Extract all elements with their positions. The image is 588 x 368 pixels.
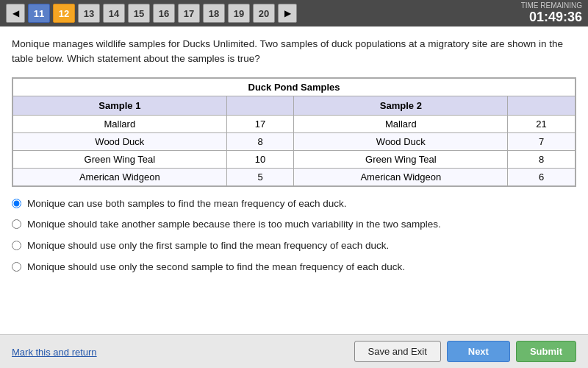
s1-count-3: 5 [226, 168, 294, 185]
footer-left: Mark this and return [12, 346, 97, 358]
nav-num-13[interactable]: 13 [78, 4, 100, 23]
footer-bar: Mark this and return Save and Exit Next … [0, 334, 588, 368]
timer-value: 01:49:36 [521, 10, 582, 25]
sample1-header: Sample 1 [13, 96, 227, 115]
duck-table: Duck Pond Samples Sample 1 Sample 2 Mall… [12, 78, 576, 186]
answer-options: Monique can use both samples to find the… [12, 197, 576, 275]
s2-species-0: Mallard [294, 115, 508, 132]
sample2-header: Sample 2 [294, 96, 508, 115]
sample1-count-header [226, 96, 294, 115]
radio-opt3[interactable] [12, 241, 21, 250]
nav-num-18[interactable]: 18 [203, 4, 225, 23]
s2-count-1: 7 [508, 132, 576, 150]
radio-opt4[interactable] [12, 262, 21, 272]
s2-species-2: Green Wing Teal [294, 150, 508, 168]
radio-opt2[interactable] [12, 219, 21, 229]
next-arrow-button[interactable]: ▶ [278, 4, 297, 23]
nav-num-19[interactable]: 19 [228, 4, 250, 23]
nav-num-14[interactable]: 14 [103, 4, 125, 23]
option-2[interactable]: Monique should take another sample becau… [12, 218, 576, 232]
option-3-text: Monique should use only the first sample… [27, 239, 389, 253]
option-3[interactable]: Monique should use only the first sample… [12, 239, 576, 253]
option-1[interactable]: Monique can use both samples to find the… [12, 197, 576, 211]
table-title-row: Duck Pond Samples [13, 78, 576, 96]
footer-right: Save and Exit Next Submit [354, 341, 576, 362]
option-1-text: Monique can use both samples to find the… [27, 197, 347, 211]
submit-button[interactable]: Submit [516, 341, 576, 362]
s1-count-2: 10 [226, 150, 294, 168]
s1-species-3: American Widgeon [13, 168, 227, 185]
table-header-row: Sample 1 Sample 2 [13, 96, 576, 115]
content-area: Monique manages wildlife samples for Duc… [0, 26, 588, 334]
timer-box: TIME REMAINING 01:49:36 [521, 1, 582, 25]
nav-bar: ◀ 11 12 13 14 15 16 17 18 19 20 ▶ TIME R… [0, 0, 588, 26]
s1-count-0: 17 [226, 115, 294, 132]
option-2-text: Monique should take another sample becau… [27, 218, 441, 232]
save-exit-button[interactable]: Save and Exit [354, 341, 441, 362]
table-row: Mallard 17 Mallard 21 [13, 115, 576, 132]
next-button[interactable]: Next [447, 341, 510, 362]
table-row: American Widgeon 5 American Widgeon 6 [13, 168, 576, 185]
timer-label: TIME REMAINING [521, 1, 582, 10]
table-row: Green Wing Teal 10 Green Wing Teal 8 [13, 150, 576, 168]
duck-table-wrapper: Duck Pond Samples Sample 1 Sample 2 Mall… [12, 77, 576, 187]
nav-num-17[interactable]: 17 [178, 4, 200, 23]
prev-arrow-button[interactable]: ◀ [6, 4, 25, 23]
nav-num-16[interactable]: 16 [153, 4, 175, 23]
table-row: Wood Duck 8 Wood Duck 7 [13, 132, 576, 150]
question-text: Monique manages wildlife samples for Duc… [12, 37, 576, 67]
s1-species-2: Green Wing Teal [13, 150, 227, 168]
s2-count-0: 21 [508, 115, 576, 132]
s2-count-2: 8 [508, 150, 576, 168]
nav-num-20[interactable]: 20 [253, 4, 275, 23]
nav-num-15[interactable]: 15 [128, 4, 150, 23]
radio-opt1[interactable] [12, 199, 21, 208]
option-4[interactable]: Monique should use only the second sampl… [12, 261, 576, 275]
s1-species-0: Mallard [13, 115, 227, 132]
s1-count-1: 8 [226, 132, 294, 150]
s1-species-1: Wood Duck [13, 132, 227, 150]
mark-return-link[interactable]: Mark this and return [12, 347, 97, 358]
sample2-count-header [508, 96, 576, 115]
table-title: Duck Pond Samples [13, 78, 576, 96]
nav-num-11[interactable]: 11 [28, 4, 50, 23]
question-numbers: ◀ 11 12 13 14 15 16 17 18 19 20 ▶ [6, 4, 297, 23]
s2-species-3: American Widgeon [294, 168, 508, 185]
s2-species-1: Wood Duck [294, 132, 508, 150]
s2-count-3: 6 [508, 168, 576, 185]
option-4-text: Monique should use only the second sampl… [27, 261, 405, 275]
nav-num-12[interactable]: 12 [53, 4, 75, 23]
